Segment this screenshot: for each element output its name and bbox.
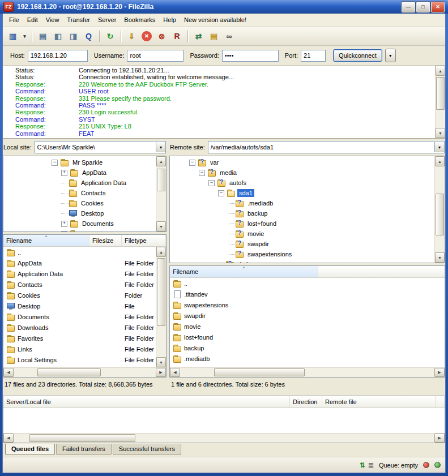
menu-item-bookmarks[interactable]: Bookmarks xyxy=(120,14,159,25)
column-header-filetype[interactable]: Filetype xyxy=(122,235,166,246)
combo-dropdown-icon[interactable]: ▼ xyxy=(156,142,165,152)
file-row-application-data[interactable]: Application DataFile Folder xyxy=(3,268,156,279)
host-input[interactable] xyxy=(28,50,88,62)
scroll-up-icon[interactable]: ▲ xyxy=(156,156,166,166)
tree-expander-icon[interactable]: − xyxy=(189,160,195,166)
queue-hscrollbar-track[interactable] xyxy=(14,434,434,443)
tree-item-lost-found[interactable]: ?lost+found xyxy=(170,218,434,229)
remote-tree-scrollbar-thumb[interactable] xyxy=(436,194,444,235)
tree-expander-icon[interactable]: − xyxy=(199,170,205,176)
local-list-scrollbar-thumb[interactable] xyxy=(157,258,165,326)
disconnect-button[interactable]: ⊗ xyxy=(155,30,169,42)
remote-tree-scrollbar[interactable]: ▲ ▼ xyxy=(434,156,445,263)
file-row-titandev[interactable]: .titandev xyxy=(170,289,445,299)
tree-item-var[interactable]: −?var xyxy=(170,157,434,168)
tree-item-cookies[interactable]: Cookies xyxy=(3,198,156,208)
tree-expander-icon[interactable]: + xyxy=(61,170,67,176)
file-row-movie[interactable]: movie xyxy=(170,321,445,332)
scroll-right-icon[interactable]: ▶ xyxy=(434,368,445,377)
file-row-cookies[interactable]: CookiesFolder xyxy=(3,290,156,301)
tree-item-media[interactable]: −?media xyxy=(170,168,434,178)
speed-limit-icon[interactable]: ⇅ xyxy=(360,461,365,469)
scroll-up-icon[interactable]: ▲ xyxy=(435,156,445,166)
file-row-desktop[interactable]: DesktopFile xyxy=(3,301,156,311)
tree-expander-icon[interactable]: + xyxy=(61,221,67,227)
local-list-hscrollbar-track[interactable] xyxy=(14,368,156,377)
queue-hscrollbar[interactable]: ◀ ▶ xyxy=(3,433,445,443)
tree-item-swapextensions[interactable]: ?swapextensions xyxy=(170,249,434,259)
column-header-direction[interactable]: Direction xyxy=(290,396,322,408)
refresh-button[interactable]: ↻ xyxy=(103,30,117,42)
filter-icon[interactable]: ≣ xyxy=(368,461,374,469)
minimize-button[interactable]: — xyxy=(402,2,415,12)
column-header-server-local-file[interactable]: Server/Local file xyxy=(3,396,290,408)
tree-item-documents[interactable]: +Documents xyxy=(3,218,156,229)
scroll-down-icon[interactable]: ▼ xyxy=(156,221,166,231)
toggle-local-tree-button[interactable]: ◧ xyxy=(51,30,65,42)
username-input[interactable] xyxy=(127,50,184,62)
process-queue-button[interactable]: ⇓ xyxy=(125,30,139,42)
tree-item-desktop[interactable]: Desktop xyxy=(3,208,156,218)
menu-item-server[interactable]: Server xyxy=(94,14,120,25)
file-row-swapdir[interactable]: swapdir xyxy=(170,310,445,321)
file-row-appdata[interactable]: AppDataFile Folder xyxy=(3,258,156,268)
close-button[interactable]: ✕ xyxy=(431,2,445,12)
combo-dropdown-icon[interactable]: ▼ xyxy=(434,142,444,152)
file-row-links[interactable]: LinksFile Folder xyxy=(3,344,156,354)
menu-item-edit[interactable]: Edit xyxy=(23,14,42,25)
tree-expander-icon[interactable]: + xyxy=(61,231,67,232)
tree-item-appdata[interactable]: +AppData xyxy=(3,168,156,178)
remote-list-hscrollbar[interactable]: ◀ ▶ xyxy=(170,367,445,377)
menu-item-new-version-notice[interactable]: New version available! xyxy=(180,14,250,25)
local-list-scrollbar[interactable]: ▲ ▼ xyxy=(156,247,166,367)
toggle-log-button[interactable]: ▤ xyxy=(36,30,50,42)
scroll-down-icon[interactable]: ▼ xyxy=(156,357,166,367)
reconnect-button[interactable]: R xyxy=(170,30,184,42)
log-scrollbar-track[interactable] xyxy=(436,76,445,128)
password-input[interactable] xyxy=(222,50,279,62)
tree-item-mr-sparkle[interactable]: −Mr Sparkle xyxy=(3,157,156,168)
file-row-contacts[interactable]: ContactsFile Folder xyxy=(3,279,156,290)
scroll-left-icon[interactable]: ◀ xyxy=(3,368,14,377)
file-row-documents[interactable]: DocumentsFile Folder xyxy=(3,311,156,322)
column-header-filename[interactable]: ▲Filename xyxy=(170,266,318,277)
tab-failed-transfers[interactable]: Failed transfers xyxy=(56,444,112,455)
local-tree-scrollbar-track[interactable] xyxy=(156,166,166,221)
queue-hscrollbar-thumb[interactable] xyxy=(29,434,135,442)
tree-item-contacts[interactable]: Contacts xyxy=(3,188,156,198)
site-manager-dropdown[interactable]: ▾ xyxy=(21,30,28,42)
file-row-lost-found[interactable]: lost+found xyxy=(170,332,445,342)
menu-item-transfer[interactable]: Transfer xyxy=(63,14,94,25)
scroll-right-icon[interactable]: ▶ xyxy=(156,368,166,377)
scroll-up-icon[interactable]: ▲ xyxy=(436,66,445,76)
log-scrollbar[interactable]: ▲ ▼ xyxy=(435,66,445,138)
file-row-swapextensions[interactable]: swapextensions xyxy=(170,299,445,310)
scroll-left-icon[interactable]: ◀ xyxy=(3,434,14,443)
scroll-down-icon[interactable]: ▼ xyxy=(435,252,445,263)
tree-item-movie[interactable]: ?movie xyxy=(170,229,434,239)
local-tree-scrollbar[interactable]: ▲ ▼ xyxy=(156,156,166,231)
port-input[interactable] xyxy=(301,50,326,62)
tree-item-autofs[interactable]: −?autofs xyxy=(170,178,434,188)
local-list-hscrollbar-thumb[interactable] xyxy=(37,368,101,376)
scroll-right-icon[interactable]: ▶ xyxy=(434,434,445,443)
toggle-queue-button[interactable]: Q xyxy=(82,30,96,42)
tab-queued-files[interactable]: Queued files xyxy=(5,444,55,455)
file-row-local-settings[interactable]: Local SettingsFile Folder xyxy=(3,354,156,365)
log-scrollbar-thumb[interactable] xyxy=(436,77,445,110)
tree-item-sda1[interactable]: −sda1 xyxy=(170,188,434,198)
remote-list-hscrollbar-track[interactable] xyxy=(180,368,434,377)
column-header-filename[interactable]: ▲Filename xyxy=(3,235,89,246)
file-row-downloads[interactable]: DownloadsFile Folder xyxy=(3,322,156,333)
site-manager-button[interactable]: ▥ xyxy=(6,30,20,42)
tab-successful-transfers[interactable]: Successful transfers xyxy=(113,444,181,455)
file-row-favorites[interactable]: FavoritesFile Folder xyxy=(3,333,156,344)
tree-expander-icon[interactable]: − xyxy=(208,180,215,186)
remote-site-combo[interactable]: /var/media/autofs/sda1 ▼ xyxy=(208,141,445,153)
file-row-item[interactable]: .. xyxy=(170,278,445,289)
local-site-combo[interactable]: C:\Users\Mr Sparkle\ ▼ xyxy=(35,141,166,153)
local-list-hscrollbar[interactable]: ◀ ▶ xyxy=(3,367,166,377)
remote-tree-scrollbar-track[interactable] xyxy=(435,166,445,252)
file-row-mediadb[interactable]: .mediadb xyxy=(170,353,445,364)
menu-item-file[interactable]: File xyxy=(5,14,23,25)
